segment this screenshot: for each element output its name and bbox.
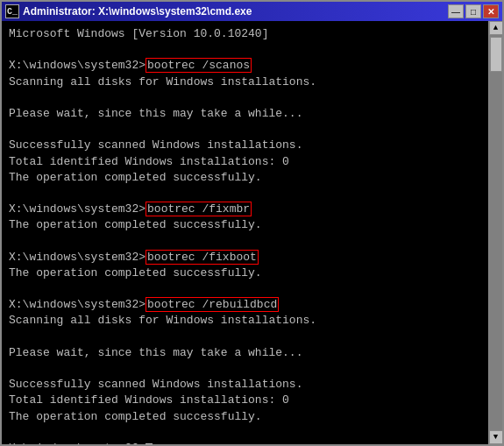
minimize-button[interactable]: — [448,4,464,18]
scrollbar[interactable]: ▲ ▼ [488,21,502,444]
titlebar: C_ Administrator: X:\windows\system32\cm… [2,2,502,21]
cmd2-highlight: bootrec /fixmbr [146,202,252,216]
titlebar-left: C_ Administrator: X:\windows\system32\cm… [5,4,252,18]
line-empty-1 [9,42,481,58]
cmd4-highlight: bootrec /rebuildbcd [146,297,279,312]
cursor [146,443,153,444]
line-total2: Total identified Windows installations: … [9,393,481,408]
cmd1-highlight: bootrec /scanos [146,58,252,73]
line-success2: Successfully scanned Windows installatio… [9,377,481,393]
line-success1: Successfully scanned Windows installatio… [9,138,481,153]
scroll-down-button[interactable]: ▼ [489,430,503,444]
line-version: Microsoft Windows [Version 10.0.10240] [9,26,481,42]
line-empty-8 [9,361,481,377]
cmd3-highlight: bootrec /fixboot [146,250,259,265]
line-empty-9 [9,425,481,441]
line-empty-6 [9,281,481,297]
line-empty-2 [9,90,481,106]
content-area: Microsoft Windows [Version 10.0.10240] X… [2,21,502,444]
line-cmd2-prompt: X:\windows\system32>bootrec /fixmbr [9,202,481,217]
scrollbar-track[interactable] [489,35,502,430]
maximize-button[interactable]: □ [465,4,481,18]
line-empty-5 [9,233,481,249]
line-total1: Total identified Windows installations: … [9,154,481,170]
terminal-output[interactable]: Microsoft Windows [Version 10.0.10240] X… [2,21,488,444]
line-op2: The operation completed successfully. [9,217,481,233]
line-op1: The operation completed successfully. [9,170,481,186]
window-controls: — □ ✕ [448,4,499,18]
close-button[interactable]: ✕ [483,4,499,18]
app-icon: C_ [5,4,19,18]
line-cmd1-prompt: X:\windows\system32>bootrec /scanos [9,58,481,74]
app-icon-text: C_ [7,7,18,17]
cmd-window: C_ Administrator: X:\windows\system32\cm… [0,0,504,446]
line-wait1: Please wait, since this may take a while… [9,106,481,122]
line-op3: The operation completed successfully. [9,265,481,281]
line-empty-4 [9,186,481,202]
scrollbar-thumb[interactable] [490,37,502,72]
line-empty-7 [9,329,481,345]
scroll-up-button[interactable]: ▲ [489,21,503,35]
line-scanning1: Scanning all disks for Windows installat… [9,74,481,90]
line-cmd3-prompt: X:\windows\system32>bootrec /fixboot [9,250,481,265]
line-final-prompt: X:\windows\system32> [9,441,481,444]
line-scanning2: Scanning all disks for Windows installat… [9,313,481,329]
line-op4: The operation completed successfully. [9,409,481,425]
line-empty-3 [9,122,481,138]
line-cmd4-prompt: X:\windows\system32>bootrec /rebuildbcd [9,297,481,313]
line-wait2: Please wait, since this may take a while… [9,345,481,361]
window-title: Administrator: X:\windows\system32\cmd.e… [23,5,252,18]
